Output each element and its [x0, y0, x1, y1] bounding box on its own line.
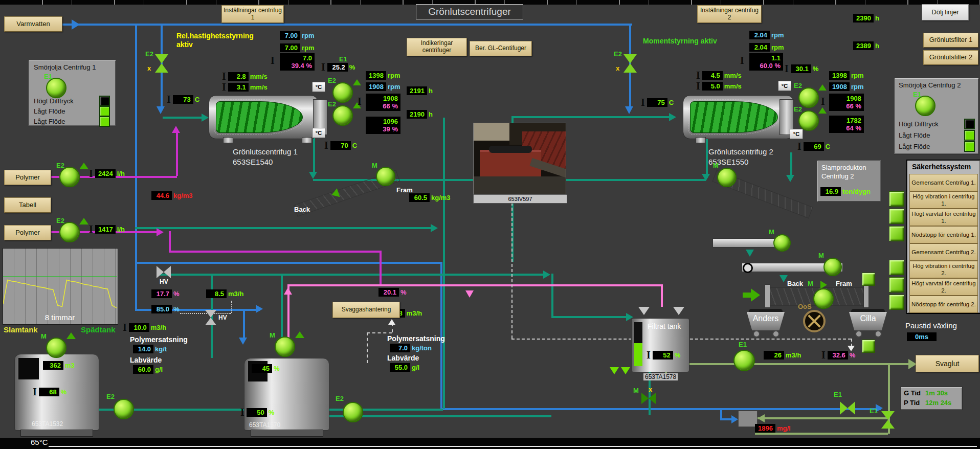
trend-icon[interactable]: I [123, 322, 127, 332]
filtrat-outlet-valve[interactable] [641, 393, 656, 404]
c2-conveyor-motor[interactable] [717, 168, 737, 187]
trend-icon[interactable]: I [240, 407, 244, 417]
lube1-pump[interactable] [46, 78, 66, 98]
safety-item[interactable]: Gemensamt Centrifug 1. [909, 174, 978, 191]
trend-icon[interactable]: I [89, 168, 93, 178]
gronlutsfilter2-button[interactable]: Grönlutsfilter 2 [923, 50, 978, 65]
alarm-indicator[interactable] [99, 96, 110, 106]
filtrat-pump[interactable] [733, 350, 755, 371]
spadtank-pump[interactable] [343, 402, 363, 422]
safety-item[interactable]: Gemensamt Centrifug 2. [909, 243, 978, 261]
slamtank-level: 68 [39, 388, 59, 396]
polymer1-button[interactable]: Polymer [4, 170, 51, 185]
belt2-motor[interactable] [823, 258, 842, 276]
calc-button[interactable]: Ber. GL-Centifuger [470, 41, 532, 56]
safety-item[interactable]: Högt varvtal för centrifug 1. [909, 209, 978, 226]
hide-lines-button[interactable]: Dölj linjer [922, 4, 969, 20]
degc-button[interactable]: °C [790, 129, 803, 139]
trend-icon[interactable]: I [821, 350, 826, 360]
trend-icon[interactable]: I [785, 63, 789, 74]
dosing-title: Polymersatsning [387, 334, 445, 343]
camera-image[interactable] [473, 123, 566, 194]
c1-discharge-pump2[interactable] [332, 105, 353, 126]
safety-item[interactable]: Nödstopp för centrifug 2. [909, 296, 978, 313]
safety-square[interactable] [889, 209, 904, 224]
svaglut-button[interactable]: Svaglut [916, 355, 979, 372]
trend-icon[interactable]: I [324, 140, 328, 150]
belt1-motor[interactable] [773, 234, 791, 252]
unit: h [875, 42, 879, 50]
safety-square[interactable] [889, 260, 904, 275]
oos-icon[interactable] [803, 310, 826, 332]
svaglut-valve-h[interactable] [840, 401, 855, 415]
safety-square[interactable] [889, 191, 904, 207]
status-square[interactable] [862, 340, 875, 353]
safety-square[interactable] [889, 295, 904, 310]
gronlutsfilter1-button[interactable]: Grönlutsfilter 1 [923, 33, 978, 48]
safety-item[interactable]: Högt varvtal för centrifug 2. [909, 278, 978, 296]
trend-icon[interactable]: I [647, 350, 651, 360]
polymer2-pump[interactable] [59, 222, 80, 242]
degc-button[interactable]: °C [778, 81, 791, 91]
hv-valve-2[interactable] [205, 310, 216, 325]
alarm-indicator[interactable] [964, 141, 975, 152]
safety-item[interactable]: Hög vibration i centrifug 1. [909, 191, 978, 209]
tabell-button[interactable]: Tabell [4, 197, 51, 213]
trend-icon[interactable]: I [321, 62, 325, 72]
indications-button[interactable]: Indikeringar centrifuger [407, 38, 467, 56]
alarm-indicator[interactable] [964, 130, 975, 141]
settings-centrifug2-button[interactable]: Inställningar centrifug 2 [697, 5, 762, 23]
trend-icon[interactable]: I [740, 55, 744, 65]
trend-icon[interactable]: I [641, 97, 645, 107]
alarm-indicator[interactable] [99, 106, 110, 117]
hv-valve-1[interactable] [157, 266, 171, 278]
trend-icon[interactable]: I [222, 82, 226, 92]
safety-item[interactable]: Nödstopp för centrifug 1. [909, 226, 978, 243]
svaggashantering-button[interactable]: Svaggashantering [332, 302, 400, 318]
trend-icon[interactable]: I [33, 387, 37, 397]
settings-centrifug1-button[interactable]: Inställningar centrifug 1 [221, 5, 284, 23]
slamtank-temp: 65°C [31, 438, 48, 446]
screw-conveyor-motor[interactable] [813, 288, 834, 309]
residual-value: 1896 [755, 424, 775, 433]
flow-arrow [72, 19, 80, 30]
signal-arrow [388, 319, 395, 325]
unit: mm/s [724, 82, 742, 90]
status-square[interactable] [862, 273, 875, 286]
lube2-pump[interactable] [915, 96, 936, 116]
safety-item[interactable]: Hög vibration i centrifug 2. [909, 261, 978, 278]
svaglut-valve-v[interactable] [881, 411, 895, 429]
alarm-indicator[interactable] [99, 116, 110, 127]
degc-button[interactable]: °C [312, 128, 325, 138]
slamtank-pump[interactable] [114, 399, 134, 419]
c1-discharge-pump1[interactable] [332, 82, 353, 103]
c1-conveyor-motor[interactable] [376, 167, 395, 186]
trend-icon[interactable]: I [821, 96, 825, 106]
pipe-blue [135, 262, 440, 264]
c1-feed-valve[interactable] [155, 54, 168, 73]
slamtank-agitator[interactable] [46, 338, 66, 358]
polymer1-pump[interactable] [59, 167, 80, 187]
alarm-indicator[interactable] [964, 119, 975, 129]
pipe-pnk [661, 284, 663, 307]
trend-icon[interactable]: I [271, 55, 275, 65]
spadtank-agitator[interactable] [275, 336, 295, 357]
degc-button[interactable]: °C [312, 82, 325, 92]
trend-icon[interactable]: I [797, 141, 801, 151]
trend-icon[interactable]: I [89, 224, 93, 234]
c2-feed-valve[interactable] [623, 54, 637, 73]
trend-icon[interactable]: I [222, 71, 226, 81]
safety-square[interactable] [889, 277, 904, 293]
trend-icon[interactable]: I [696, 81, 700, 91]
polymer2-button[interactable]: Polymer [4, 225, 51, 240]
trend-icon[interactable]: I [696, 70, 700, 80]
safety-square[interactable] [889, 226, 904, 241]
spadtank-tag: 653TA1570 [249, 421, 280, 429]
trend-icon[interactable]: I [358, 96, 362, 106]
trend-icon[interactable]: I [167, 94, 171, 104]
c2-discharge-pump1[interactable] [798, 87, 819, 108]
c2-discharge-pump2[interactable] [798, 110, 819, 131]
trend-chart[interactable]: 8 timmar [3, 248, 118, 325]
varmvatten-button[interactable]: Varmvatten [4, 16, 62, 32]
c1-vib2: 3.1 [228, 83, 249, 92]
